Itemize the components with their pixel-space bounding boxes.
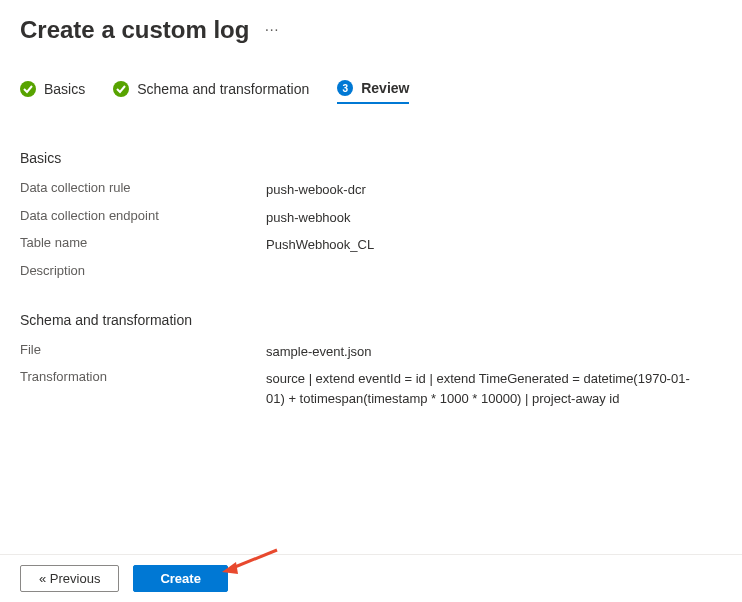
wizard-steps: Basics Schema and transformation 3 Revie… (0, 52, 742, 112)
more-icon[interactable]: ··· (265, 25, 279, 36)
row-value: sample-event.json (266, 342, 372, 362)
row-value: push-webook-dcr (266, 180, 366, 200)
section-title-schema: Schema and transformation (20, 312, 722, 328)
step-label: Schema and transformation (137, 81, 309, 97)
row-file: File sample-event.json (20, 342, 722, 362)
step-review[interactable]: 3 Review (337, 80, 409, 104)
row-label: Data collection endpoint (20, 208, 266, 228)
wizard-footer: « Previous Create (0, 554, 742, 602)
page-title-text: Create a custom log (20, 16, 249, 44)
review-sections: Basics Data collection rule push-webook-… (0, 112, 742, 436)
row-description: Description (20, 263, 722, 278)
step-number-icon: 3 (337, 80, 353, 96)
row-data-collection-rule: Data collection rule push-webook-dcr (20, 180, 722, 200)
step-label: Basics (44, 81, 85, 97)
check-icon (113, 81, 129, 97)
page-title: Create a custom log ··· (0, 0, 742, 52)
step-schema-transformation[interactable]: Schema and transformation (113, 81, 309, 103)
row-data-collection-endpoint: Data collection endpoint push-webhook (20, 208, 722, 228)
step-basics[interactable]: Basics (20, 81, 85, 103)
row-value: PushWebhook_CL (266, 235, 374, 255)
row-transformation: Transformation source | extend eventId =… (20, 369, 722, 408)
section-title-basics: Basics (20, 150, 722, 166)
row-label: Transformation (20, 369, 266, 408)
row-label: Data collection rule (20, 180, 266, 200)
create-button[interactable]: Create (133, 565, 227, 592)
step-label: Review (361, 80, 409, 96)
row-table-name: Table name PushWebhook_CL (20, 235, 722, 255)
previous-button[interactable]: « Previous (20, 565, 119, 592)
row-value: push-webhook (266, 208, 351, 228)
row-value: source | extend eventId = id | extend Ti… (266, 369, 706, 408)
row-label: Description (20, 263, 266, 278)
row-label: File (20, 342, 266, 362)
check-icon (20, 81, 36, 97)
row-label: Table name (20, 235, 266, 255)
